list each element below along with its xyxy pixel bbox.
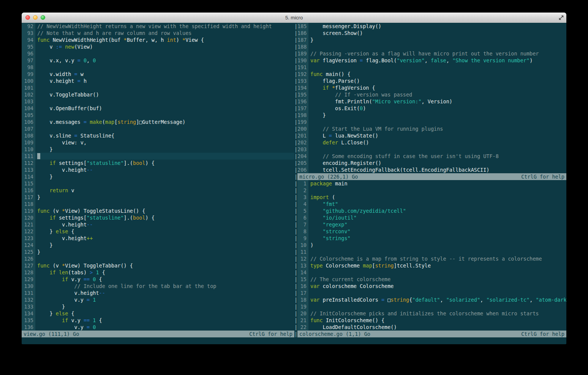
code-text[interactable]: } <box>35 248 294 255</box>
code-text[interactable]: } <box>35 194 294 201</box>
code-text[interactable]: // NewViewWidthHeight returns a new view… <box>35 23 294 30</box>
code-text[interactable]: } else { <box>35 228 294 235</box>
code-text[interactable]: // Start the Lua VM for running plugins <box>308 125 566 132</box>
code-text[interactable] <box>308 248 566 255</box>
code-text[interactable]: v.messages = make(map[string]□GutterMess… <box>35 119 294 125</box>
code-text[interactable]: screen.Show() <box>308 30 566 36</box>
code-text[interactable]: v.height-- <box>35 221 294 228</box>
code-text[interactable]: // If -version was passed <box>308 91 566 98</box>
code-text[interactable]: } <box>308 36 566 43</box>
titlebar[interactable]: 5. micro <box>22 13 566 23</box>
code-text[interactable]: view: v, <box>35 139 294 146</box>
code-text[interactable] <box>35 84 294 91</box>
code-text[interactable]: func NewViewWidthHeight(buf *Buffer, w, … <box>35 36 294 43</box>
code-text[interactable]: // Note that w and h are raw column and … <box>35 30 294 36</box>
code-text[interactable]: v.OpenBuffer(buf) <box>35 105 294 112</box>
code-text[interactable]: os.Exit(0) <box>308 105 566 112</box>
line-number: 3 <box>297 194 308 201</box>
code-text[interactable]: tcell.SetEncodingFallback(tcell.Encoding… <box>308 166 566 173</box>
code-text[interactable]: if len(tabs) > 1 { <box>35 269 294 276</box>
code-text[interactable]: if *flagVersion { <box>308 84 566 91</box>
code-text[interactable] <box>308 146 566 153</box>
code-text[interactable]: "regexp" <box>308 221 566 228</box>
code-text[interactable] <box>35 98 294 105</box>
divider-glyph: | <box>294 30 297 36</box>
command-bar[interactable] <box>22 337 566 344</box>
code-text[interactable] <box>308 43 566 50</box>
code-text[interactable]: "fmt" <box>308 201 566 207</box>
code-text[interactable]: var colorscheme Colorscheme <box>308 283 566 290</box>
code-text[interactable]: "io/ioutil" <box>308 214 566 221</box>
code-text[interactable]: v.height-- <box>35 290 294 296</box>
code-text[interactable]: v.width = w <box>35 71 294 78</box>
code-text[interactable] <box>308 269 566 276</box>
code-text[interactable]: func main() { <box>308 71 566 78</box>
code-text[interactable]: } <box>308 112 566 119</box>
code-text[interactable] <box>35 255 294 262</box>
code-text[interactable]: L = lua.NewState() <box>308 132 566 139</box>
code-text[interactable]: // Passing -version as a flag will have … <box>308 50 566 57</box>
code-text[interactable]: "strings" <box>308 235 566 242</box>
code-text[interactable]: "strconv" <box>308 228 566 235</box>
code-text[interactable]: "github.com/zyedidia/tcell" <box>308 207 566 214</box>
code-text[interactable]: func InitColorscheme() { <box>308 317 566 324</box>
code-text[interactable]: if v.y == 0 { <box>35 276 294 283</box>
code-text[interactable]: return v <box>35 187 294 194</box>
line-number: 133 <box>22 303 35 310</box>
code-text[interactable]: var preInstalledColors = □string{"defaul… <box>308 296 566 303</box>
code-text[interactable]: if settings["statusline"].(bool) { <box>35 160 294 166</box>
code-text[interactable]: v.height-- <box>35 166 294 173</box>
code-text[interactable]: } <box>35 173 294 180</box>
code-text[interactable]: encoding.Register() <box>308 160 566 166</box>
code-text[interactable]: v.y = 1 <box>35 296 294 303</box>
code-text[interactable] <box>35 64 294 71</box>
code-text[interactable]: // Some encoding stuff in case the user … <box>308 153 566 160</box>
code-text[interactable]: LoadDefaultColorscheme() <box>308 324 566 331</box>
code-text[interactable] <box>308 64 566 71</box>
code-text[interactable]: v := new(View) <box>35 43 294 50</box>
code-text[interactable] <box>308 119 566 125</box>
code-text[interactable]: } <box>35 303 294 310</box>
resize-icon[interactable] <box>558 15 564 21</box>
code-text[interactable]: messenger.Display() <box>308 23 566 30</box>
code-text[interactable] <box>35 201 294 207</box>
code-text[interactable]: flag.Parse() <box>308 78 566 84</box>
code-text[interactable]: import ( <box>308 194 566 201</box>
code-text[interactable]: // The current colorscheme <box>308 276 566 283</box>
code-text[interactable]: // Colorscheme is a map from string to s… <box>308 255 566 262</box>
code-text[interactable]: var flagVersion = flag.Bool("version", f… <box>308 57 566 64</box>
code-text[interactable]: type Colorscheme map[string]tcell.Style <box>308 262 566 269</box>
code-text[interactable]: if settings["statusline"].(bool) { <box>35 214 294 221</box>
code-text[interactable]: // InitColorscheme picks and initializes… <box>308 310 566 317</box>
code-text[interactable]: v.y = 0 <box>35 324 294 331</box>
code-text[interactable]: // Include one line for the tab bar at t… <box>35 283 294 290</box>
code-text[interactable]: v.x, v.y = 0, 0 <box>35 57 294 64</box>
divider-glyph: | <box>294 235 297 242</box>
code-text[interactable] <box>308 290 566 296</box>
code-text[interactable] <box>35 112 294 119</box>
code-text[interactable]: func (v *View) ToggleStatusLine() { <box>35 207 294 214</box>
code-text[interactable]: } <box>35 146 294 153</box>
line-number: 120 <box>22 214 35 221</box>
code-text[interactable]: func (v *View) ToggleTabbar() { <box>35 262 294 269</box>
code-text[interactable] <box>308 187 566 194</box>
code-text[interactable]: defer L.Close() <box>308 139 566 146</box>
line-number: 99 <box>22 71 35 78</box>
code-text[interactable]: v.sline = Statusline{ <box>35 132 294 139</box>
code-text[interactable]: } else { <box>35 310 294 317</box>
code-text[interactable]: v.height = h <box>35 78 294 84</box>
code-text[interactable] <box>308 303 566 310</box>
code-text[interactable]: ) <box>308 242 566 248</box>
code-text[interactable]: if v.y == 1 { <box>35 317 294 324</box>
code-text[interactable]: v.height++ <box>35 235 294 242</box>
code-text[interactable]: v.ToggleTabbar() <box>35 91 294 98</box>
code-text[interactable]: } <box>35 242 294 248</box>
code-text[interactable] <box>35 125 294 132</box>
code-text[interactable]: package main <box>308 180 566 187</box>
code-text[interactable]: fmt.Println("Micro version:", Version) <box>308 98 566 105</box>
line-number: 15 <box>297 276 308 283</box>
code-text[interactable] <box>35 153 294 160</box>
code-text[interactable] <box>35 50 294 57</box>
code-text[interactable] <box>35 180 294 187</box>
code-line: 197 os.Exit(0) <box>297 105 566 112</box>
